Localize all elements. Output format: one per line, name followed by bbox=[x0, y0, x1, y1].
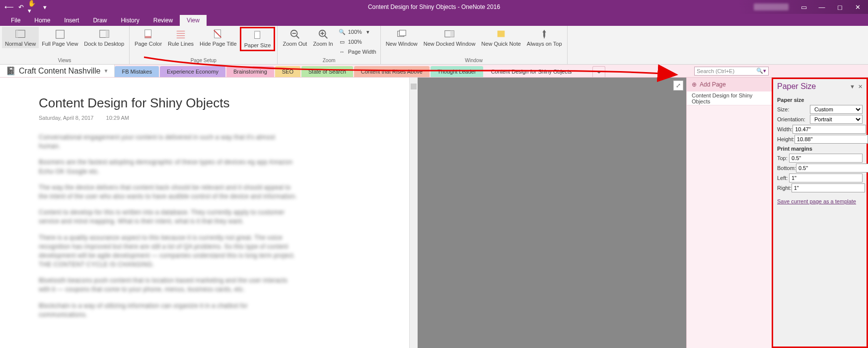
dock-icon bbox=[98, 29, 110, 40]
page-canvas[interactable]: Content Design for Shiny Objects Saturda… bbox=[0, 78, 409, 348]
paper-size-icon bbox=[252, 30, 264, 41]
tab-review[interactable]: Review bbox=[146, 15, 180, 26]
paper-size-pane: Paper Size ▼ ✕ Paper size Size:Custom Or… bbox=[772, 78, 868, 348]
pane-title: Paper Size bbox=[777, 82, 816, 91]
back-icon[interactable]: ⟵ bbox=[4, 2, 14, 12]
section-tab[interactable]: Content that Rises Above bbox=[354, 66, 430, 77]
svg-line-15 bbox=[296, 36, 299, 39]
svg-rect-1 bbox=[16, 30, 18, 38]
zoom-out-button[interactable]: Zoom Out bbox=[280, 27, 310, 48]
margin-right-input[interactable] bbox=[792, 183, 865, 192]
margin-top-input[interactable] bbox=[789, 154, 863, 163]
section-bar: 📓 Craft Content Nashville ▼ FB MistakesE… bbox=[0, 65, 868, 78]
page-color-button[interactable]: Page Color bbox=[132, 27, 165, 48]
canvas-wrap: Content Design for Shiny Objects Saturda… bbox=[0, 78, 686, 348]
tab-file[interactable]: File bbox=[4, 15, 27, 26]
save-template-link[interactable]: Save current page as a template bbox=[773, 195, 867, 207]
always-on-top-button[interactable]: Always on Top bbox=[524, 27, 565, 48]
vertical-scrollbar[interactable] bbox=[409, 78, 418, 348]
size-select[interactable]: Custom bbox=[810, 105, 863, 114]
maximize-icon[interactable]: ◻ bbox=[831, 2, 848, 12]
group-window: New Window New Docked Window New Quick N… bbox=[381, 26, 568, 64]
pages-panel: ⊕ Add Page Content Design for Shiny Obje… bbox=[686, 78, 772, 348]
page-width-button[interactable]: ↔Page Width bbox=[336, 47, 378, 57]
new-quick-note-button[interactable]: New Quick Note bbox=[478, 27, 523, 48]
zoom-combo[interactable]: 🔍100% ▾ bbox=[336, 27, 378, 37]
section-tab[interactable]: State of Search bbox=[301, 66, 353, 77]
margin-left-input[interactable] bbox=[789, 174, 863, 182]
section-tab[interactable]: Content Design for Shiny Objects bbox=[484, 66, 592, 77]
group-views: Normal View Full Page View Dock to Deskt… bbox=[0, 26, 130, 64]
svg-rect-24 bbox=[450, 31, 454, 37]
svg-rect-25 bbox=[498, 31, 505, 37]
tab-history[interactable]: History bbox=[114, 15, 146, 26]
section-tab[interactable]: FB Mistakes bbox=[115, 66, 159, 77]
body-text: There is a quality assurance aspect to t… bbox=[39, 233, 297, 269]
notebook-dropdown[interactable]: 📓 Craft Content Nashville ▼ bbox=[0, 65, 115, 77]
body-text: Bluetooth beacons push content that is l… bbox=[39, 276, 297, 294]
tab-draw[interactable]: Draw bbox=[86, 15, 114, 26]
zoom-in-icon bbox=[317, 29, 329, 40]
add-section-button[interactable]: + bbox=[592, 66, 605, 77]
full-page-view-button[interactable]: Full Page View bbox=[39, 27, 81, 48]
new-window-button[interactable]: New Window bbox=[383, 27, 421, 48]
account-blur bbox=[754, 3, 789, 10]
svg-rect-13 bbox=[254, 31, 260, 39]
pane-close-icon[interactable]: ✕ bbox=[858, 84, 863, 90]
zoom-in-button[interactable]: Zoom In bbox=[310, 27, 336, 48]
zoom-100-button[interactable]: ▭100% bbox=[336, 37, 378, 47]
orientation-select[interactable]: Portrait bbox=[810, 115, 863, 124]
title-bar: ⟵ ↶ ✋▾ ▾ Content Design for Shiny Object… bbox=[0, 0, 868, 14]
section-tab[interactable]: Brainstorming bbox=[226, 66, 274, 77]
svg-rect-2 bbox=[56, 30, 64, 39]
margin-bottom-input[interactable] bbox=[796, 164, 868, 173]
window-title: Content Design for Shiny Objects - OneNo… bbox=[368, 3, 500, 10]
ribbon-options-icon[interactable]: ▭ bbox=[796, 2, 812, 12]
pane-options-icon[interactable]: ▼ bbox=[850, 84, 855, 90]
main-area: Content Design for Shiny Objects Saturda… bbox=[0, 78, 868, 348]
search-input[interactable]: Search (Ctrl+E) 🔍▾ bbox=[694, 67, 769, 76]
quick-access-toolbar: ⟵ ↶ ✋▾ ▾ bbox=[0, 2, 50, 12]
full-page-icon bbox=[54, 29, 66, 40]
normal-view-button[interactable]: Normal View bbox=[2, 27, 39, 48]
height-input[interactable] bbox=[795, 135, 868, 144]
section-tab[interactable]: SEO bbox=[275, 66, 300, 77]
ribbon-tabs: File Home Insert Draw History Review Vie… bbox=[0, 14, 868, 26]
section-tab[interactable]: Thought Leader bbox=[431, 66, 483, 77]
add-page-button[interactable]: ⊕ Add Page bbox=[687, 78, 772, 91]
page-icon: ▭ bbox=[338, 38, 346, 46]
undo-icon[interactable]: ↶ bbox=[16, 2, 26, 12]
new-window-icon bbox=[396, 29, 408, 40]
qat-customize-icon[interactable]: ▾ bbox=[40, 2, 50, 12]
section-tab[interactable]: Experience Economy bbox=[160, 66, 225, 77]
tab-view[interactable]: View bbox=[180, 15, 207, 26]
notebook-icon: 📓 bbox=[6, 66, 16, 76]
body-text: Conversational engagement your content i… bbox=[39, 133, 297, 151]
tab-insert[interactable]: Insert bbox=[57, 15, 86, 26]
plus-icon: ⊕ bbox=[692, 81, 697, 88]
page-meta: Saturday, April 8, 2017 10:29 AM bbox=[39, 115, 409, 121]
page-list-item[interactable]: Content Design for Shiny Objects bbox=[687, 91, 772, 105]
expand-page-button[interactable]: ⤢ bbox=[673, 81, 683, 90]
pin-icon bbox=[538, 29, 550, 40]
search-icon: 🔍▾ bbox=[756, 68, 766, 74]
page-title[interactable]: Content Design for Shiny Objects bbox=[39, 95, 409, 111]
body-text: Blockchain is a way of utilizing informa… bbox=[39, 301, 297, 319]
paper-size-button[interactable]: Paper Size bbox=[240, 27, 276, 51]
hide-title-icon bbox=[212, 29, 224, 40]
rule-lines-button[interactable]: Rule Lines bbox=[165, 27, 197, 48]
svg-rect-4 bbox=[105, 30, 108, 38]
close-icon[interactable]: ✕ bbox=[849, 2, 866, 12]
minimize-icon[interactable]: — bbox=[813, 2, 830, 12]
svg-rect-6 bbox=[145, 36, 151, 38]
new-docked-window-button[interactable]: New Docked Window bbox=[421, 27, 479, 48]
svg-line-18 bbox=[324, 36, 327, 39]
width-input[interactable] bbox=[793, 125, 866, 134]
dock-to-desktop-button[interactable]: Dock to Desktop bbox=[81, 27, 127, 48]
touch-mode-icon[interactable]: ✋▾ bbox=[28, 2, 38, 12]
chevron-down-icon: ▼ bbox=[104, 68, 109, 74]
width-icon: ↔ bbox=[338, 48, 346, 56]
group-zoom: Zoom Out Zoom In 🔍100% ▾ ▭100% ↔Page Wid… bbox=[278, 26, 380, 64]
tab-home[interactable]: Home bbox=[27, 15, 57, 26]
hide-page-title-button[interactable]: Hide Page Title bbox=[197, 27, 240, 48]
